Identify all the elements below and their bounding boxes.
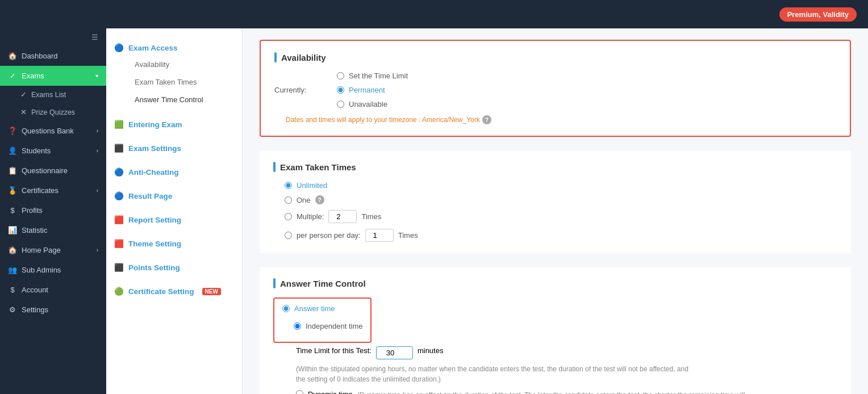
sidebar-item-prize-quizzes[interactable]: ✕ Prize Quizzes bbox=[0, 103, 106, 121]
radio-dynamic-time-input[interactable] bbox=[296, 390, 303, 394]
sub-item-exam-taken-times[interactable]: Exam Taken Times bbox=[114, 73, 234, 91]
exam-access-label: Exam Access bbox=[128, 44, 178, 52]
content-area: Availability Currently: Set the Time Lim… bbox=[243, 28, 868, 394]
sidebar-item-label: Students bbox=[22, 146, 51, 155]
answer-time-section: Answer time Independent time Time Limit … bbox=[273, 297, 837, 394]
radio-answer-time-input[interactable] bbox=[282, 305, 290, 312]
sidebar-item-settings[interactable]: ⚙ Settings bbox=[0, 300, 106, 320]
entering-exam-label: Entering Exam bbox=[128, 120, 182, 129]
radio-per-person-label: per person per day: bbox=[297, 231, 361, 240]
radio-unavailable-label: Unavailable bbox=[349, 100, 387, 108]
radio-set-time-limit[interactable]: Set the Time Limit bbox=[337, 72, 408, 80]
radio-unlimited-label: Unlimited bbox=[297, 181, 327, 190]
radio-unlimited-input[interactable] bbox=[285, 182, 292, 189]
availability-currently-row: Currently: Set the Time Limit Permanent … bbox=[274, 72, 836, 108]
sub-section-title-theme-setting[interactable]: 🟥 Theme Setting bbox=[114, 236, 234, 252]
sub-section-title-entering-exam[interactable]: 🟩 Entering Exam bbox=[114, 116, 234, 132]
sidebar-item-account[interactable]: $ Account bbox=[0, 280, 106, 300]
exam-taken-times-radio-group: Unlimited One ? Multiple: Times per pers… bbox=[273, 181, 837, 242]
home-page-icon: 🏠 bbox=[8, 246, 17, 254]
sidebar-item-dashboard[interactable]: 🏠 Dashboard bbox=[0, 46, 106, 66]
exam-access-icon: 🔵 bbox=[114, 43, 124, 52]
multiple-times-input[interactable] bbox=[328, 210, 357, 223]
sub-section-entering-exam: 🟩 Entering Exam bbox=[106, 111, 242, 135]
dynamic-time-row: Dynamic time (Dynamic time has an effect… bbox=[273, 390, 837, 394]
sub-sidebar: 🔵 Exam Access Availability Exam Taken Ti… bbox=[106, 28, 243, 394]
answer-time-control-title: Answer Time Control bbox=[273, 278, 837, 288]
sub-section-points-setting: ⬛ Points Setting bbox=[106, 254, 242, 278]
chevron-right-icon: › bbox=[97, 128, 98, 134]
independent-time-row: Independent time bbox=[294, 322, 362, 330]
sub-section-title-anti-cheating[interactable]: 🔵 Anti-Cheating bbox=[114, 164, 234, 180]
radio-unavailable-input[interactable] bbox=[337, 100, 344, 108]
radio-set-time-limit-input[interactable] bbox=[337, 72, 344, 79]
sub-section-title-exam-settings[interactable]: ⬛ Exam Settings bbox=[114, 140, 234, 156]
exam-settings-icon: ⬛ bbox=[114, 144, 124, 153]
exam-settings-label: Exam Settings bbox=[128, 144, 181, 153]
topbar: Premium, Validity bbox=[0, 0, 868, 28]
radio-one-label: One bbox=[297, 196, 311, 204]
radio-unlimited[interactable]: Unlimited bbox=[285, 181, 837, 190]
sidebar-sub-label: Exams List bbox=[31, 91, 66, 99]
per-person-times-input[interactable] bbox=[365, 229, 394, 242]
sidebar-item-questionnaire[interactable]: 📋 Questionnaire bbox=[0, 161, 106, 181]
certificates-icon: 🏅 bbox=[8, 186, 17, 195]
sidebar-item-label: Settings bbox=[22, 305, 48, 314]
radio-multiple[interactable]: Multiple: Times bbox=[285, 210, 837, 223]
sidebar-item-label: Dashboard bbox=[22, 52, 58, 60]
sub-section-title-points-setting[interactable]: ⬛ Points Setting bbox=[114, 259, 234, 275]
sub-section-title-report-setting[interactable]: 🟥 Report Setting bbox=[114, 212, 234, 228]
sub-section-title-result-page[interactable]: 🔵 Result Page bbox=[114, 188, 234, 204]
radio-multiple-input[interactable] bbox=[285, 213, 292, 220]
sub-section-title-certificate-setting[interactable]: 🟢 Certificate Setting NEW bbox=[114, 283, 234, 299]
radio-one-input[interactable] bbox=[285, 196, 292, 204]
per-person-suffix: Times bbox=[398, 231, 418, 240]
radio-independent-time-input[interactable] bbox=[294, 322, 301, 330]
radio-set-time-limit-label: Set the Time Limit bbox=[349, 72, 408, 80]
dynamic-time-note: (Dynamic time has an effect on the durat… bbox=[357, 390, 755, 394]
chevron-right-icon: › bbox=[97, 148, 98, 154]
answer-time-sub: Independent time bbox=[282, 322, 362, 336]
sidebar-item-exams-list[interactable]: ✓ Exams List bbox=[0, 86, 106, 103]
sidebar-item-exams[interactable]: ✓ Exams ▾ bbox=[0, 66, 106, 86]
radio-permanent-input[interactable] bbox=[337, 86, 344, 94]
sub-section-title-exam-access[interactable]: 🔵 Exam Access bbox=[114, 40, 234, 56]
result-page-icon: 🔵 bbox=[114, 191, 124, 200]
questions-bank-icon: ❓ bbox=[8, 127, 17, 135]
sidebar-item-label: Exams bbox=[22, 72, 44, 80]
main-wrapper: 🔵 Exam Access Availability Exam Taken Ti… bbox=[106, 28, 868, 394]
timezone-note: Dates and times will apply to your timez… bbox=[274, 115, 836, 124]
currently-label: Currently: bbox=[274, 86, 320, 94]
sidebar-toggle[interactable]: ☰ bbox=[0, 28, 106, 46]
sidebar-item-sub-admins[interactable]: 👥 Sub Admins bbox=[0, 260, 106, 280]
radio-permanent[interactable]: Permanent bbox=[337, 86, 408, 94]
radio-multiple-label: Multiple: bbox=[297, 212, 324, 221]
sidebar-item-statistic[interactable]: 📊 Statistic bbox=[0, 220, 106, 240]
sidebar-item-certificates[interactable]: 🏅 Certificates › bbox=[0, 181, 106, 200]
sub-section-exam-settings: ⬛ Exam Settings bbox=[106, 135, 242, 158]
sidebar-item-home-page[interactable]: 🏠 Home Page › bbox=[0, 240, 106, 260]
profits-icon: $ bbox=[8, 206, 17, 215]
radio-unavailable[interactable]: Unavailable bbox=[337, 100, 408, 108]
dynamic-time-label: Dynamic time bbox=[308, 390, 353, 394]
sidebar-item-students[interactable]: 👤 Students › bbox=[0, 141, 106, 161]
sub-section-report-setting: 🟥 Report Setting bbox=[106, 206, 242, 230]
sub-item-availability[interactable]: Availability bbox=[114, 56, 234, 73]
radio-answer-time-label: Answer time bbox=[294, 304, 335, 313]
radio-per-person-input[interactable] bbox=[285, 232, 292, 239]
answer-time-control-section: Answer Time Control Answer time Independ… bbox=[260, 267, 851, 394]
availability-radio-group: Set the Time Limit Permanent Unavailable bbox=[326, 72, 408, 108]
radio-answer-time[interactable]: Answer time bbox=[282, 304, 362, 313]
sub-item-answer-time-control[interactable]: Answer Time Control bbox=[114, 91, 234, 108]
premium-badge[interactable]: Premium, Validity bbox=[779, 7, 857, 22]
time-limit-input[interactable] bbox=[376, 346, 413, 359]
report-setting-label: Report Setting bbox=[128, 216, 181, 224]
sub-section-anti-cheating: 🔵 Anti-Cheating bbox=[106, 158, 242, 182]
help-icon[interactable]: ? bbox=[482, 115, 491, 124]
radio-per-person-per-day[interactable]: per person per day: Times bbox=[285, 229, 837, 242]
radio-one[interactable]: One ? bbox=[285, 195, 837, 204]
points-setting-icon: ⬛ bbox=[114, 263, 124, 272]
sidebar-item-questions-bank[interactable]: ❓ Questions Bank › bbox=[0, 121, 106, 141]
sidebar-item-profits[interactable]: $ Profits bbox=[0, 200, 106, 220]
one-help-icon[interactable]: ? bbox=[315, 195, 324, 204]
